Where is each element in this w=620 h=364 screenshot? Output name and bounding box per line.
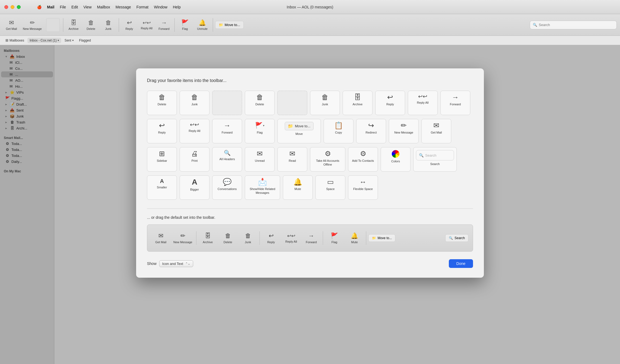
search-card-text: Search — [425, 153, 436, 157]
ti-conversations1[interactable]: 💬 Conversations — [212, 175, 242, 200]
ti-forward2[interactable]: → Forward — [212, 119, 242, 143]
delete-button[interactable]: 🗑 Delete — [83, 16, 99, 34]
ti-bigger1[interactable]: A Bigger — [180, 175, 209, 200]
flag1-label: Flag — [257, 131, 262, 134]
ti-colors1[interactable]: Colors — [381, 147, 411, 172]
dt-archive[interactable]: 🗄 Archive — [199, 231, 217, 245]
dt-new-message[interactable]: ✏ New Message — [172, 231, 194, 245]
sent-chevron: ▾ — [72, 39, 74, 42]
ti-sidebar1[interactable]: ⊞ Sidebar — [147, 147, 177, 172]
archive-button[interactable]: 🗄 Archive — [65, 16, 82, 34]
ti-show-hide-related[interactable]: 📩 Show/Hide Related Messages — [245, 175, 280, 200]
menu-edit[interactable]: Edit — [71, 5, 78, 9]
reply-button[interactable]: ↩ Reply — [121, 16, 137, 34]
dt-reply-all-label: Reply All — [285, 240, 297, 243]
reply-all-button[interactable]: ↩↩ Reply All — [139, 16, 155, 34]
ti-smaller1[interactable]: A Smaller — [147, 175, 177, 200]
mailboxes-icon: ⊞ — [5, 38, 8, 42]
dt-flag[interactable]: 🚩 Flag — [325, 231, 344, 245]
ti-reply-all2[interactable]: ↩↩ Reply All — [180, 119, 209, 143]
toolbar: ✉ Get Mail ✏ New Message 🗄 Archive 🗑 Del… — [0, 14, 620, 36]
menu-mailbox[interactable]: Mailbox — [97, 5, 110, 9]
menu-help[interactable]: Help — [173, 5, 181, 9]
window-title: Inbox — AOL (0 messages) — [287, 5, 333, 9]
ti-unread1[interactable]: ✉ Unread — [245, 147, 275, 172]
delete1-label: Delete — [158, 102, 166, 106]
dt-mute[interactable]: 🔔 Mute — [345, 231, 364, 245]
dt-archive-label: Archive — [203, 240, 213, 244]
ti-add-to-contacts[interactable]: ⚙ Add To Contacts — [348, 147, 378, 172]
sent-label: Sent — [64, 39, 71, 42]
minimize-button[interactable] — [11, 5, 14, 9]
dt-forward[interactable]: → Forward — [302, 231, 321, 245]
unread1-icon: ✉ — [257, 150, 263, 157]
menu-file[interactable]: File — [60, 5, 66, 9]
ti-redirect1[interactable]: ↪ Redirect — [356, 119, 386, 143]
toolbar-separator-3 — [174, 18, 175, 32]
flag-card-icon: 🚩 — [255, 122, 262, 129]
ti-space1[interactable]: ▭ Space — [315, 175, 345, 200]
menu-view[interactable]: View — [83, 5, 92, 9]
junk1-icon: 🗑 — [191, 94, 198, 101]
forward-button[interactable]: → Forward — [156, 16, 172, 34]
ti-reply-all1[interactable]: ↩↩ Reply All — [408, 91, 438, 115]
ti-archive1[interactable]: 🗄 Archive — [343, 91, 372, 115]
default-toolbar-hint: ... or drag the default set into the too… — [147, 215, 473, 220]
apple-menu[interactable]: 🍎 — [37, 5, 42, 9]
menu-mail[interactable]: Mail — [47, 5, 54, 9]
ti-new-message1[interactable]: ✏ New Message — [389, 119, 419, 143]
dt-reply-all[interactable]: ↩↩ Reply All — [282, 232, 300, 244]
ti-all-headers[interactable]: 🔍 All Headers — [212, 147, 242, 172]
ti-junk2[interactable]: 🗑 Junk — [310, 91, 340, 115]
favorites-sent[interactable]: Sent ▾ — [62, 38, 76, 43]
ti-move-to[interactable]: 📁 Move to... Move — [277, 119, 321, 143]
ti-search1[interactable]: 🔍 Search Search — [413, 147, 457, 172]
ti-print1[interactable]: 🖨 Print — [180, 147, 209, 172]
show-select[interactable]: Icon and Text ⌃⌄ — [159, 260, 193, 267]
ti-delete2[interactable]: 🗑 Delete — [245, 91, 275, 115]
dt-move-to-button[interactable]: 📁 Move to... — [368, 234, 396, 242]
flag-button[interactable]: 🚩 Flag — [177, 16, 193, 34]
move-to-button[interactable]: 📁 Move to... — [215, 21, 244, 29]
favorites-inbox-cox[interactable]: Inbox - Cox.net (1) ▾ — [27, 38, 61, 43]
ti-junk1[interactable]: 🗑 Junk — [180, 91, 209, 115]
dt-reply[interactable]: ↩ Reply — [262, 231, 280, 245]
menu-window[interactable]: Window — [154, 5, 167, 9]
dt-get-mail[interactable]: ✉ Get Mail — [152, 231, 170, 245]
ti-copy1[interactable]: 📋 Copy — [324, 119, 353, 143]
unmute-button[interactable]: 🔔 Unmute — [194, 16, 211, 34]
new-message-button[interactable]: ✏ New Message — [21, 16, 44, 34]
menu-message[interactable]: Message — [115, 5, 131, 9]
ti-get-mail1[interactable]: ✉ Get Mail — [421, 119, 451, 143]
done-button[interactable]: Done — [449, 259, 473, 268]
smaller1-label: Smaller — [157, 185, 167, 189]
toolbar-separator-2 — [119, 18, 119, 32]
customize-overlay: Drag your favorite items into the toolba… — [0, 45, 620, 364]
ti-mute1[interactable]: 🔔 Mute — [283, 175, 313, 200]
ti-reply2[interactable]: ↩ Reply — [147, 119, 177, 143]
dt-search-button[interactable]: 🔍 Search — [445, 234, 468, 242]
ti-reply1[interactable]: ↩ Reply — [375, 91, 405, 115]
favorites-flagged[interactable]: Flagged — [77, 38, 93, 43]
ti-flexible-space[interactable]: ↔ Flexible Space — [348, 175, 378, 200]
move-to-card-icon: 📁 — [288, 124, 293, 129]
maximize-button[interactable] — [17, 5, 21, 9]
dt-get-mail-label: Get Mail — [155, 240, 167, 244]
junk-button[interactable]: 🗑 Junk — [100, 16, 117, 34]
ti-take-all-offline[interactable]: ⚙ Take All Accounts Offline — [310, 147, 345, 172]
get-mail-button[interactable]: ✉ Get Mail — [3, 16, 20, 34]
default-toolbar-preview[interactable]: ✉ Get Mail ✏ New Message 🗄 Archive 🗑 — [147, 224, 473, 252]
menu-format[interactable]: Format — [136, 5, 148, 9]
ti-forward1[interactable]: → Forward — [440, 91, 470, 115]
ti-read1[interactable]: ✉ Read — [277, 147, 307, 172]
ti-delete1[interactable]: 🗑 Delete — [147, 91, 177, 115]
close-button[interactable] — [4, 5, 8, 9]
search-input[interactable] — [539, 23, 614, 27]
new-message-label: New Message — [23, 27, 42, 30]
favorites-mailboxes[interactable]: ⊞ Mailboxes — [3, 37, 26, 43]
search-bar[interactable]: 🔍 — [530, 21, 617, 29]
panel-bottom: Show Icon and Text ⌃⌄ Done — [147, 259, 473, 268]
dt-junk[interactable]: 🗑 Junk — [239, 231, 257, 245]
dt-delete[interactable]: 🗑 Delete — [219, 231, 237, 245]
ti-flag1[interactable]: 🚩 ▾ Flag — [245, 119, 275, 143]
